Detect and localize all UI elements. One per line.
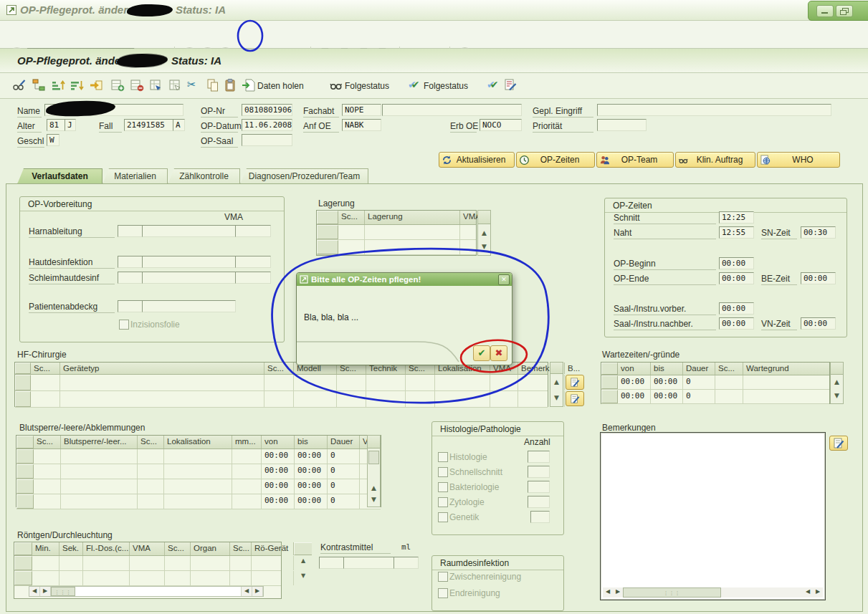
- cell[interactable]: [264, 375, 294, 390]
- histologie-anzahl-field[interactable]: [528, 451, 550, 463]
- edit-note-icon[interactable]: [503, 78, 518, 92]
- cell[interactable]: [164, 449, 232, 464]
- column-header[interactable]: Sc...: [138, 436, 164, 448]
- op-ende-field[interactable]: 00:00: [719, 272, 754, 284]
- row-selector[interactable]: [14, 556, 32, 570]
- anf-oe-field[interactable]: NABK: [342, 119, 381, 131]
- folgestatus-display-label[interactable]: Folgestatus: [345, 81, 389, 91]
- harnableitung-code-field[interactable]: [118, 225, 143, 237]
- row-selector[interactable]: [601, 375, 618, 389]
- bis-cell[interactable]: 00:00: [295, 449, 328, 464]
- cell[interactable]: [61, 449, 138, 464]
- column-header[interactable]: Min.: [32, 542, 59, 555]
- hautdesinfektion-text-field[interactable]: [142, 256, 236, 268]
- scroll-right-icon[interactable]: ▶: [252, 587, 263, 596]
- scroll-box[interactable]: [831, 363, 843, 375]
- column-header[interactable]: Sc...: [715, 363, 743, 375]
- row-selector[interactable]: [14, 571, 32, 585]
- scroll-down-icon[interactable]: ▼: [368, 496, 380, 503]
- edit-text-button[interactable]: [829, 436, 848, 451]
- bakteriologie-checkbox[interactable]: [438, 482, 448, 492]
- column-header[interactable]: bis: [295, 436, 328, 448]
- dauer-cell[interactable]: 0: [328, 479, 360, 494]
- cell[interactable]: [338, 225, 365, 239]
- cell[interactable]: [138, 494, 164, 509]
- cell[interactable]: [232, 449, 262, 464]
- row-selector[interactable]: [16, 449, 34, 464]
- genetik-checkbox[interactable]: [438, 512, 448, 522]
- row-selector[interactable]: [16, 479, 34, 494]
- cell[interactable]: [232, 479, 262, 494]
- double-check-icon[interactable]: ✔✔: [408, 78, 422, 92]
- patientenabdeckg-text-field[interactable]: [142, 300, 236, 312]
- select-block-icon[interactable]: [148, 78, 163, 92]
- scroll-up-icon[interactable]: ▲: [478, 229, 490, 236]
- alter-unit-field[interactable]: J: [65, 119, 76, 131]
- endreinigung-checkbox[interactable]: [438, 588, 448, 598]
- select-all-cell[interactable]: [14, 542, 32, 555]
- column-header[interactable]: Sc...: [230, 542, 252, 555]
- cell[interactable]: [264, 391, 294, 407]
- cell[interactable]: [164, 464, 232, 479]
- column-header[interactable]: mm...: [232, 436, 262, 448]
- bis-cell[interactable]: 00:00: [295, 494, 328, 509]
- cell[interactable]: [365, 225, 460, 239]
- cell[interactable]: [232, 494, 262, 509]
- von-cell[interactable]: 00:00: [262, 449, 295, 464]
- check-edit-icon[interactable]: ✔✔: [487, 78, 501, 92]
- cell[interactable]: [191, 556, 230, 570]
- cell[interactable]: [138, 464, 164, 479]
- scroll-box[interactable]: [478, 211, 490, 224]
- tab-zaehlkontrolle[interactable]: Zählkontrolle: [168, 168, 240, 184]
- cell[interactable]: [191, 571, 230, 585]
- scroll-box[interactable]: [550, 363, 563, 374]
- cell[interactable]: [164, 479, 232, 494]
- cell[interactable]: [338, 240, 365, 254]
- delete-row-icon[interactable]: [130, 78, 144, 92]
- geschl-field[interactable]: W: [47, 134, 59, 146]
- cell[interactable]: [294, 375, 337, 390]
- prioritaet-field[interactable]: [597, 119, 647, 131]
- histologie-checkbox[interactable]: [438, 452, 448, 462]
- column-header[interactable]: Sc...: [338, 211, 365, 224]
- cell[interactable]: [34, 494, 61, 509]
- row-selector[interactable]: [601, 390, 618, 403]
- edit-text-button[interactable]: [566, 375, 584, 390]
- cell[interactable]: [366, 375, 406, 390]
- column-header[interactable]: von: [618, 363, 651, 375]
- fachabt-text-field[interactable]: [382, 104, 522, 116]
- scroll-left-icon[interactable]: ◀: [241, 587, 252, 596]
- von-cell[interactable]: 00:00: [618, 375, 651, 389]
- schleimhautdesinf-vma-field[interactable]: [235, 272, 271, 284]
- dauer-cell[interactable]: 0: [328, 449, 360, 464]
- saal-nachber-field[interactable]: 00:00: [719, 317, 754, 330]
- column-header[interactable]: Blutsperre/-leer...: [61, 436, 138, 448]
- cell[interactable]: [83, 571, 130, 585]
- column-header[interactable]: Dauer: [328, 436, 360, 448]
- scroll-left-icon[interactable]: ◀: [603, 587, 613, 598]
- naht-field[interactable]: 12:55: [719, 226, 754, 239]
- von-cell[interactable]: 00:00: [262, 494, 295, 509]
- dialog-close-icon[interactable]: ✕: [498, 274, 510, 285]
- scroll-left-icon[interactable]: ◀: [29, 587, 40, 596]
- who-button[interactable]: WHO: [757, 152, 840, 168]
- row-selector[interactable]: [317, 240, 338, 254]
- column-header[interactable]: Sc...: [165, 542, 191, 555]
- select-all-cell[interactable]: [317, 211, 338, 224]
- aktualisieren-button[interactable]: Aktualisieren: [439, 152, 515, 168]
- bakteriologie-anzahl-field[interactable]: [528, 481, 550, 493]
- column-header[interactable]: bis: [651, 363, 683, 375]
- cell[interactable]: [60, 391, 264, 407]
- scroll-box[interactable]: [368, 436, 380, 448]
- cell[interactable]: [61, 494, 138, 509]
- scroll-down-icon[interactable]: ▼: [550, 394, 563, 401]
- bis-cell[interactable]: 00:00: [651, 390, 683, 403]
- select-all-cell[interactable]: [15, 363, 31, 374]
- sort-asc-icon[interactable]: [51, 78, 65, 92]
- scroll-right-icon[interactable]: ▶: [613, 587, 623, 598]
- row-selector[interactable]: [317, 225, 338, 239]
- cell[interactable]: [31, 375, 60, 390]
- tab-materialien[interactable]: Materialien: [102, 168, 168, 184]
- cell[interactable]: [60, 375, 264, 390]
- column-header[interactable]: Lagerung: [365, 211, 460, 224]
